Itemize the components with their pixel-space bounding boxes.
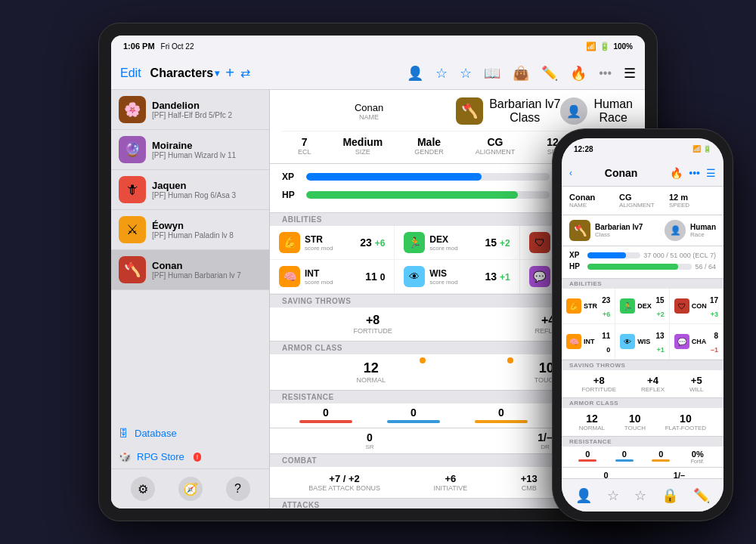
iphone-back-button[interactable]: ‹ [569,168,572,178]
iphone-wifi-icon: 📶 [692,145,701,153]
iphone-tab-star2[interactable]: ☆ [634,487,646,504]
int-name: INT score mod [305,268,333,286]
bag-icon[interactable]: 👜 [513,65,529,82]
iphone-str-scores: 23 +6 [600,292,610,320]
iphone-info-speed: 12 m Speed [669,193,716,209]
hp-bar-track [306,191,550,199]
fire-icon[interactable]: 🔥 [570,65,587,82]
stat-alignment: CG Alignment [476,136,516,156]
wis-scores: 13 +1 [485,270,510,283]
database-button[interactable]: 🗄 Database [111,422,269,445]
iphone-xp-fill [587,252,626,258]
dex-icon: 🏃 [404,232,425,253]
char-info-dandelion: Dandelion [PF] Half-Elf Brd 5/Pfc 2 [152,100,262,119]
iphone-status-bar: 12:28 📶 🔋 [562,138,723,159]
iphone-class-icon: 🪓 [569,220,590,241]
iphone-int[interactable]: 🧠 INT 11 0 [562,324,615,360]
str-icon: 💪 [279,232,300,253]
iphone-bars: XP 37 000 / 51 000 (ECL 7) HP 56 / 64 [562,246,723,279]
ability-dex[interactable]: 🏃 DEX score mod 15 +2 [395,226,519,260]
pen-icon[interactable]: ✏️ [541,65,558,82]
battery-percent: 100% [613,42,633,51]
iphone-str[interactable]: 💪 STR 23 +6 [562,289,615,324]
iphone-sr: 0 SR [569,471,643,478]
list-icon[interactable]: ☰ [624,65,636,82]
sr-item: 0 SR [282,431,457,450]
iphone-resistance-row: 0 0 0 0% Fortif. [562,447,723,468]
iphone-tab-star1[interactable]: ☆ [607,487,619,504]
combat-bab: +7 / +2 Base Attack Bonus [308,473,380,492]
iphone-saves: +8 Fortitude +4 Reflex +5 Will [562,370,723,398]
sidebar: 🌸 Dandelion [PF] Half-Elf Brd 5/Pfc 2 🔮 … [111,90,270,508]
iphone-info-alignment: CG Alignment [619,193,666,209]
char-info-jaquen: Jaquen [PF] Human Rog 6/Asa 3 [152,180,262,199]
iphone-info-name: Conan Name [569,193,616,209]
iphone-class-row: 🪓 Barbarian lv7 Class 👤 Human Race [562,215,723,246]
iphone-wis-icon: 👁 [620,334,635,349]
iphone-char-info: Conan Name CG Alignment 12 m Speed [562,187,723,215]
class-icon: 🪓 [456,97,483,125]
char-item-jaquen[interactable]: 🗡 Jaquen [PF] Human Rog 6/Asa 3 [111,170,269,210]
status-icons: 📶 🔋 100% [586,42,633,51]
int-icon: 🧠 [279,266,300,287]
move-icon[interactable]: ⇄ [240,66,250,80]
ability-str[interactable]: 💪 STR score mod 23 +6 [270,226,395,260]
iphone-tab-character[interactable]: 👤 [575,487,592,504]
iphone-save-fortitude: +8 Fortitude [581,375,616,393]
iphone-time: 12:28 [574,145,593,153]
iphone-list-icon[interactable]: ☰ [706,167,716,179]
iphone-back-icon: ‹ [569,168,572,178]
char-item-eowyn[interactable]: ⚔ Éowyn [PF] Human Paladin lv 8 [111,210,269,250]
compass-icon[interactable]: 🧭 [178,477,203,501]
char-item-moiraine[interactable]: 🔮 Moiraine [PF] Human Wizard lv 11 [111,130,269,170]
store-icon: 🎲 [119,451,131,462]
ability-int[interactable]: 🧠 INT score mod 11 0 [270,260,395,294]
iphone-fire-icon[interactable]: 🔥 [670,167,683,179]
char-item-dandelion[interactable]: 🌸 Dandelion [PF] Half-Elf Brd 5/Pfc 2 [111,90,269,130]
nav-chevron-icon: ▾ [215,68,219,79]
iphone-resist-cold: 0 [606,450,643,464]
ability-wis[interactable]: 👁 WIS score mod 13 +1 [395,260,519,294]
iphone-cha[interactable]: 💬 CHA 8 –1 [670,324,723,360]
iphone-resist-fire: 0 [569,450,606,464]
race-avatar: 👤 [560,97,587,125]
store-button[interactable]: 🎲 RPG Store ! [111,445,269,468]
combat-initiative: +6 Initiative [433,473,467,492]
star-icon-2[interactable]: ☆ [460,65,472,82]
iphone-class-text: Barbarian lv7 Class [595,223,643,238]
iphone-hp-fill [587,264,678,270]
book-icon[interactable]: 📖 [484,65,500,82]
more-icon[interactable]: ••• [599,66,612,80]
iphone-ac-touch: 10 Touch [624,413,646,431]
iphone-tab-pen[interactable]: ✏️ [693,487,710,504]
char-item-conan[interactable]: 🪓 Conan [PF] Human Barbarian lv 7 [111,250,269,290]
iphone-sr-dr-row: 0 SR 1/– DR [562,468,723,478]
iphone-wis[interactable]: 👁 WIS 13 +1 [615,324,669,360]
iphone-race-text: Human Race [690,223,716,238]
star-icon-1[interactable]: ☆ [435,65,448,82]
iphone-more-icon[interactable]: ••• [689,167,700,179]
resist-fire-bar [299,420,352,423]
combat-cmb: +13 CMB [521,473,538,492]
wis-icon: 👁 [404,266,425,287]
settings-icon[interactable]: ⚙ [131,477,155,501]
character-icon[interactable]: 👤 [407,65,423,82]
iphone-tab-lock[interactable]: 🔒 [662,487,678,504]
resist-elec: 0 [457,406,545,425]
help-icon[interactable]: ? [226,477,250,501]
wifi-icon: 📶 [586,42,596,51]
iphone-hp-track [587,264,692,270]
iphone-dex[interactable]: 🏃 DEX 15 +2 [615,289,669,324]
iphone-title: Conan [575,167,667,179]
iphone-resist-elec: 0 [643,450,680,464]
wis-name: WIS score mod [429,268,457,286]
status-time: 1:06 PM [123,42,155,51]
iphone-con[interactable]: 🛡 CON 17 +3 [670,289,723,324]
battery-icon: 🔋 [600,42,610,51]
add-button[interactable]: + [225,64,234,82]
iphone-class-label: Class [595,231,643,238]
nav-bar: Edit Characters ▾ + ⇄ 👤 ☆ ☆ 📖 👜 ✏️ 🔥 •••… [111,57,645,90]
edit-button[interactable]: Edit [120,66,141,80]
resist-elec-bar [475,420,528,423]
char-header-top: Conan Name 🪓 Barbarian lv7 Class 👤 [282,97,633,125]
